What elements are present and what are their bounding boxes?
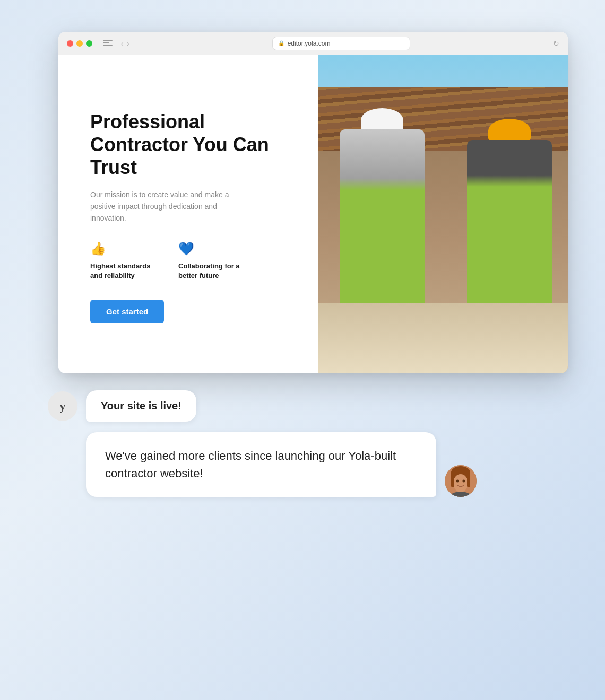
lock-icon: 🔒 xyxy=(278,40,284,46)
yola-avatar: y xyxy=(48,391,77,421)
hardhat-left xyxy=(361,108,403,132)
site-description: Our mission is to create value and make … xyxy=(90,189,249,224)
address-bar-container: 🔒 editor.yola.com xyxy=(135,37,547,50)
close-button[interactable] xyxy=(67,40,73,47)
traffic-lights xyxy=(67,40,92,47)
construction-photo xyxy=(318,55,568,373)
chat-message-2: We've gained more clients since launchin… xyxy=(105,449,396,480)
chat-bubble-2: We've gained more clients since launchin… xyxy=(86,432,436,497)
reload-button[interactable]: ↻ xyxy=(553,39,559,48)
heart-icon: 💙 xyxy=(178,241,247,256)
svg-point-5 xyxy=(463,480,465,483)
site-left-panel: Professional Contractor You Can Trust Ou… xyxy=(58,55,318,373)
chat-section: y Your site is live! We've gained more c… xyxy=(27,390,578,497)
browser-titlebar: ‹ › 🔒 editor.yola.com ↻ xyxy=(58,32,568,55)
site-content: Professional Contractor You Can Trust Ou… xyxy=(58,55,568,373)
get-started-button[interactable]: Get started xyxy=(90,300,164,323)
user-avatar xyxy=(445,465,477,497)
features-row: 👍 Highest standards and reliability 💙 Co… xyxy=(90,241,292,281)
svg-point-4 xyxy=(456,480,459,483)
url-text: editor.yola.com xyxy=(288,40,331,47)
feature-2-label: Collaborating for a better future xyxy=(178,261,247,281)
svg-rect-7 xyxy=(467,477,470,487)
feature-item-1: 👍 Highest standards and reliability xyxy=(90,241,159,281)
site-right-photo xyxy=(318,55,568,373)
address-bar[interactable]: 🔒 editor.yola.com xyxy=(272,37,410,50)
chat-message-1: Your site is live! xyxy=(101,400,182,412)
forward-button[interactable]: › xyxy=(127,39,129,48)
svg-rect-6 xyxy=(451,477,454,487)
thumbs-up-icon: 👍 xyxy=(90,241,159,256)
chat-row-1: y Your site is live! xyxy=(48,390,557,422)
feature-1-label: Highest standards and reliability xyxy=(90,261,159,281)
nav-arrows: ‹ › xyxy=(121,39,129,48)
avatar-svg xyxy=(445,465,477,497)
maximize-button[interactable] xyxy=(86,40,92,47)
photo-bottom xyxy=(318,303,568,373)
sidebar-toggle-icon[interactable] xyxy=(103,40,113,47)
browser-window: ‹ › 🔒 editor.yola.com ↻ Professional Con… xyxy=(58,32,568,373)
chat-row-2: We've gained more clients since launchin… xyxy=(86,432,557,497)
chat-bubble-1: Your site is live! xyxy=(86,390,196,422)
svg-point-3 xyxy=(453,474,468,492)
page-title: Professional Contractor You Can Trust xyxy=(90,110,292,179)
hardhat-right xyxy=(488,119,531,143)
feature-item-2: 💙 Collaborating for a better future xyxy=(178,241,247,281)
back-button[interactable]: ‹ xyxy=(121,39,124,48)
minimize-button[interactable] xyxy=(76,40,83,47)
